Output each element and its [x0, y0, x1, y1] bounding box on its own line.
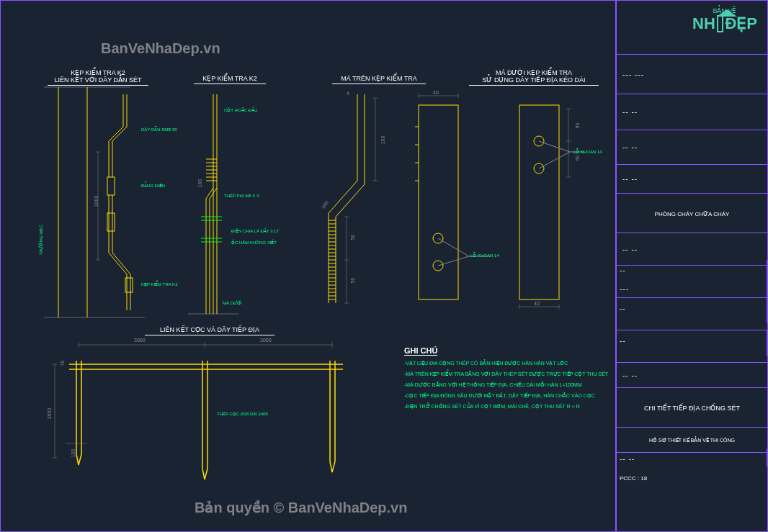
tb-row-3: -- -- — [617, 130, 767, 165]
tb-dashes-4: -- -- — [622, 175, 762, 183]
dim-3000a: 3000 — [134, 338, 146, 343]
tb-row-split-1: -- --- — [617, 266, 767, 298]
label-thep-coc: THÉP CỌC Ø18 DÀI 2400 — [217, 411, 268, 416]
tb-dashes-2: -- -- — [622, 108, 762, 116]
dim-50c: 50 — [575, 123, 580, 129]
label-lo-khoan-1: LỖ KHOAN 14 — [470, 253, 499, 258]
tb-row-split-3: -- — [617, 330, 767, 363]
detail-3-title: MÁ TRÊN KẸP KIỂM TRA — [332, 75, 426, 84]
dim-40b: 40 — [534, 301, 540, 306]
label-thep-phi: THÉP PHI M8 X 4 — [224, 194, 259, 198]
tb-row-4: -- -- — [617, 165, 767, 194]
tb-dashes-1: --- --- — [622, 71, 762, 78]
logo-dep-text: ĐẸP — [725, 14, 757, 33]
note-line-2: -MÁ TRÊN KẸP KIỂM TRA BẰNG VỚI DÂY THÉP … — [404, 371, 608, 377]
tb-drawing-title-text: CHI TIẾT TIẾP ĐỊA CHỐNG SÉT — [622, 405, 762, 412]
note-line-4: -CỌC TIẾP ĐỊA ĐÓNG SÂU DƯỚI MẶT ĐẤT, DÂY… — [404, 393, 595, 399]
drawing-canvas: KẸP KIỂM TRA K2 LIÊN KẾT VỚI DÂY DẪN SÉT… — [0, 0, 616, 532]
tb-row-phong-chay: PHÒNG CHÁY CHỮA CHÁY — [617, 194, 767, 233]
dim-3000b: 3000 — [260, 338, 272, 343]
label-day-dan: DÂY DẪN SMB 30 — [141, 127, 177, 132]
svg-rect-4 — [107, 177, 115, 195]
title-block: --- --- -- -- -- -- -- -- PHÒNG CHÁY CHỮ… — [616, 0, 768, 532]
tb-row-drawing-title: CHI TIẾT TIẾP ĐỊA CHỐNG SÉT — [617, 388, 767, 428]
detail-4-title: MÁ DƯỚI KẸP KIỂM TRA SỬ DỤNG DÂY TIẾP ĐỊ… — [469, 69, 599, 86]
watermark-top: BanVeNhaDep.vn — [101, 40, 220, 57]
label-bang-dien: BẢNG ĐIỆN — [141, 183, 165, 188]
dim-50b: 50 — [350, 278, 355, 284]
dim-40a: 40 — [433, 90, 439, 95]
dim-100: 100 — [197, 179, 202, 188]
tb-row-2: -- -- — [617, 94, 767, 130]
label-ti-so: ỐC HÃM KHÔNG XIẾT — [231, 240, 277, 245]
tb-row-sheet: -- -- PCCC : 18 — [617, 453, 767, 482]
note-line-1: -VẬT LIỆU ĐIA CỘNG THÉP CÓ BẢN HIỆN ĐƯỢC… — [404, 361, 568, 366]
note-line-5: -ĐIỆN TRỞ CHỐNG SÉT CỦA VÌ CỘT BƠM, MÁI … — [404, 404, 580, 410]
tb-row-split-2: -- — [617, 298, 767, 330]
watermark-bottom: Bản quyền © BanVeNhaDep.vn — [195, 499, 407, 516]
tb-phong-chay-text: PHÒNG CHÁY CHỮA CHÁY — [622, 211, 762, 217]
tb-sheet-number: PCCC : 18 — [620, 475, 647, 482]
tb-row-6: -- -- — [617, 363, 767, 388]
logo: BẢN VẼ NH ĐẸP — [692, 7, 757, 43]
detail-2-title: KẸP KIỂM TRA K2 — [194, 75, 266, 84]
label-cot-hoac-dau: CỘT HOẶC ĐẦU — [224, 107, 257, 112]
label-lo-khoan-2: LỖ KHOAN 14 — [573, 149, 602, 154]
svg-line-72 — [539, 141, 570, 152]
svg-line-59 — [438, 238, 469, 256]
logo-nh-text: NH — [692, 14, 715, 33]
house-icon — [717, 15, 724, 32]
dim-1000: 1000 — [94, 196, 99, 207]
tb-doc-type-text: HỒ SƠ THIẾT KẾ BẢN VẼ THI CÔNG — [622, 438, 762, 443]
svg-line-73 — [539, 152, 570, 168]
detail-1-title: KẸP KIỂM TRA K2 LIÊN KẾT VỚI DÂY DẪN SÉT — [48, 69, 148, 86]
tb-dashes-3: -- -- — [622, 143, 762, 151]
dim-4: 4 — [347, 91, 349, 96]
svg-line-60 — [438, 256, 469, 266]
tb-row-1: --- --- — [617, 55, 767, 94]
label-ma-duoi: MÁ DƯỚI — [223, 300, 242, 305]
detail-5-title: LIÊN KẾT CỌC VÀ DÂY TIẾP ĐỊA — [145, 326, 274, 335]
dim-50a: 50 — [350, 235, 355, 240]
svg-rect-69 — [519, 105, 559, 299]
notes-title: GHI CHÚ — [404, 346, 437, 356]
dim-70: 70 — [60, 361, 65, 366]
note-line-3: -MÁ DƯỚC BẰNG VỚI HỆ THỐNG TIẾP ĐỊA, CHI… — [404, 382, 582, 388]
label-truong-hoc: TRƯỜNG HỌC. — [38, 224, 43, 256]
tb-dashes-6: -- -- — [622, 371, 762, 379]
tb-dashes-5: -- -- — [622, 245, 762, 253]
dim-50d: 50 — [575, 155, 580, 161]
dim-100b: 100 — [380, 136, 385, 145]
dim-2500: 2500 — [47, 408, 52, 420]
dim-100c: 100 — [71, 449, 76, 458]
label-kep-kiem-tra: KẸP KIỂM TRA K2 — [141, 281, 177, 287]
label-dien-chia: ĐIỆN CHIA LÁ ĐẤT 3 LY — [231, 228, 279, 233]
